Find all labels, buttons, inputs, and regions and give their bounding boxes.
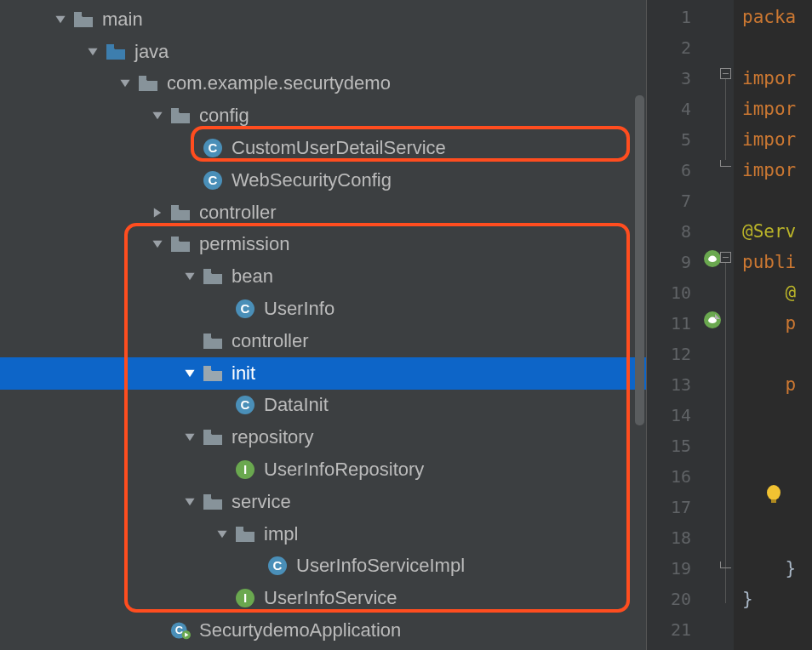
- code-token: packa: [742, 7, 796, 27]
- tree-item-java[interactable]: java: [0, 36, 646, 68]
- tree-item-init[interactable]: init: [0, 357, 646, 390]
- svg-rect-17: [203, 430, 211, 433]
- line-number: 16: [671, 461, 691, 492]
- project-tree-panel[interactable]: main java com.example.securtydemo config: [0, 0, 646, 650]
- tree-label: CustomUserDetailService: [232, 137, 446, 159]
- line-number: 7: [681, 185, 691, 216]
- tree-item-repository[interactable]: repository: [0, 421, 646, 453]
- code-token: }: [742, 589, 753, 609]
- tree-item-package[interactable]: com.example.securtydemo: [0, 68, 646, 100]
- svg-rect-3: [171, 108, 179, 111]
- line-number: 12: [671, 339, 691, 369]
- svg-text:C: C: [273, 558, 283, 573]
- chevron-down-icon[interactable]: [117, 76, 133, 91]
- package-icon: [203, 363, 223, 384]
- chevron-right-icon[interactable]: [150, 205, 165, 220]
- tree-item-web-security-config[interactable]: C WebSecurityConfig: [0, 164, 646, 197]
- source-folder-icon: [106, 42, 126, 62]
- line-number: 18: [671, 522, 691, 553]
- package-icon: [203, 427, 223, 448]
- tree-item-user-info-repository[interactable]: I UserInfoRepository: [0, 453, 646, 486]
- code-token: }: [786, 558, 797, 579]
- line-number: 6: [681, 155, 691, 185]
- chevron-down-icon[interactable]: [150, 237, 165, 252]
- class-icon: C: [267, 556, 288, 576]
- fold-toggle-icon[interactable]: [720, 252, 731, 263]
- tree-label: repository: [232, 426, 314, 448]
- chevron-down-icon[interactable]: [182, 269, 197, 284]
- svg-rect-0: [74, 12, 82, 15]
- svg-rect-14: [203, 366, 211, 369]
- tree-label: UserInfoService: [264, 587, 397, 609]
- tree-label: controller: [232, 330, 308, 352]
- svg-text:C: C: [175, 624, 183, 636]
- chevron-down-icon[interactable]: [182, 366, 197, 381]
- tree-item-application[interactable]: C SecurtydemoApplication: [0, 614, 646, 647]
- chevron-down-icon[interactable]: [53, 12, 68, 27]
- tree-label: java: [134, 41, 169, 63]
- tree-item-service[interactable]: service: [0, 486, 646, 518]
- tree-item-data-init[interactable]: C DataInit: [0, 390, 646, 422]
- intention-bulb-icon[interactable]: [763, 483, 785, 505]
- code-token: impor: [742, 129, 796, 150]
- fold-guide: [725, 263, 726, 603]
- interface-icon: I: [235, 588, 255, 608]
- tree-item-controller[interactable]: controller: [0, 197, 646, 229]
- fold-end-icon: [720, 160, 731, 167]
- svg-rect-2: [139, 76, 146, 79]
- svg-rect-32: [771, 499, 776, 503]
- tree-item-bean[interactable]: bean: [0, 260, 646, 293]
- class-icon: C: [203, 170, 223, 191]
- tree-item-perm-controller[interactable]: controller: [0, 325, 646, 357]
- code-token: p: [786, 313, 797, 334]
- tree-item-user-info-service-impl[interactable]: C UserInfoServiceImpl: [0, 550, 646, 583]
- tree-item-user-info[interactable]: C UserInfo: [0, 293, 646, 325]
- tree-label: DataInit: [264, 394, 329, 416]
- svg-rect-9: [171, 237, 179, 240]
- chevron-down-icon[interactable]: [85, 44, 100, 60]
- tree-label: UserInfoRepository: [264, 459, 424, 481]
- svg-rect-1: [106, 44, 114, 48]
- tree-label: controller: [199, 202, 276, 224]
- chevron-down-icon[interactable]: [150, 108, 165, 123]
- svg-text:C: C: [241, 301, 250, 316]
- spring-bean-gutter-icon[interactable]: [703, 311, 725, 333]
- tree-item-config[interactable]: config: [0, 100, 646, 132]
- line-number: 2: [681, 32, 691, 63]
- tree-item-user-info-service[interactable]: I UserInfoService: [0, 582, 646, 614]
- line-number: 3: [681, 63, 691, 94]
- svg-text:I: I: [243, 462, 247, 476]
- line-number: 20: [671, 584, 691, 614]
- tree-label: service: [232, 491, 291, 513]
- svg-rect-13: [203, 334, 211, 337]
- tree-label: permission: [199, 233, 289, 255]
- tree-label: config: [199, 105, 249, 127]
- chevron-down-icon[interactable]: [182, 430, 197, 445]
- line-number: 19: [671, 553, 691, 584]
- chevron-down-icon[interactable]: [182, 494, 197, 510]
- editor-gutter: 1 2 3 4 5 6 7 8 9 10 11 12 13 14 15 16 1…: [646, 0, 812, 650]
- package-icon: [170, 234, 191, 254]
- fold-toggle-icon[interactable]: [720, 68, 731, 79]
- tree-item-main[interactable]: main: [0, 3, 646, 36]
- code-token: impor: [742, 160, 796, 180]
- tree-item-impl[interactable]: impl: [0, 518, 646, 550]
- chevron-down-icon[interactable]: [214, 527, 230, 542]
- svg-rect-21: [236, 527, 243, 530]
- package-icon: [170, 105, 191, 126]
- editor-content[interactable]: packa impor impor impor impor @Serv publ…: [734, 0, 812, 650]
- code-token: publi: [742, 252, 796, 272]
- folder-icon: [73, 9, 94, 30]
- svg-rect-10: [203, 269, 211, 272]
- tree-label: com.example.securtydemo: [167, 72, 391, 94]
- code-token: @: [786, 282, 797, 303]
- svg-text:C: C: [209, 140, 218, 155]
- line-number: 17: [671, 492, 691, 522]
- line-number: 13: [671, 369, 691, 400]
- svg-point-31: [767, 485, 781, 500]
- tree-item-custom-user-detail-service[interactable]: C CustomUserDetailService: [0, 132, 646, 164]
- tree-item-permission[interactable]: permission: [0, 229, 646, 261]
- svg-text:C: C: [241, 397, 250, 412]
- vertical-scrollbar[interactable]: [635, 95, 644, 425]
- code-token: p: [786, 374, 797, 395]
